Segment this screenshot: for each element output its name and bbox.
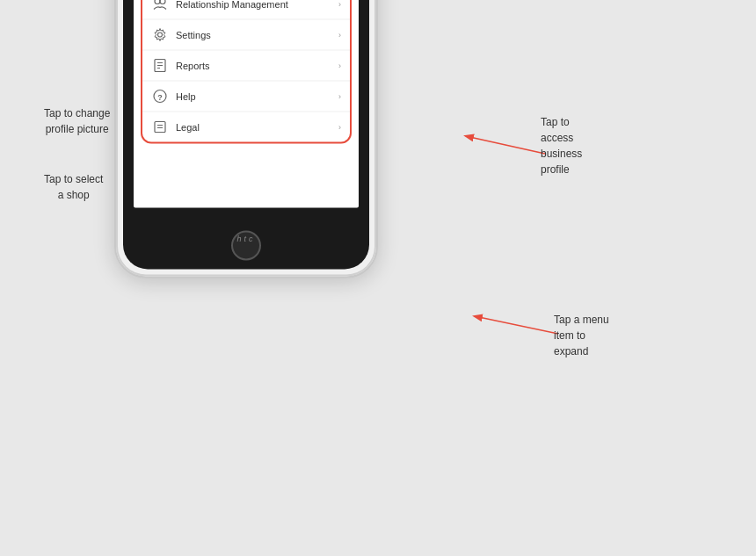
help-chevron: › xyxy=(338,92,341,101)
help-label: Help xyxy=(176,91,338,102)
menu-container: Selling › Shop Management › xyxy=(141,0,352,144)
relationship-management-label: Relationship Management xyxy=(176,0,338,10)
menu-item-help[interactable]: ? Help › xyxy=(142,82,350,112)
help-icon: ? xyxy=(151,90,169,104)
reports-chevron: › xyxy=(338,61,341,70)
svg-point-10 xyxy=(155,0,160,4)
phone-shell: 12:30 ✓ xyxy=(114,0,378,278)
relationship-icon xyxy=(151,0,169,11)
svg-line-2 xyxy=(466,136,545,154)
legal-icon xyxy=(151,120,169,134)
menu-item-legal[interactable]: Legal › xyxy=(142,112,350,142)
annotation-profile-picture: Tap to change profile picture xyxy=(44,105,110,137)
annotation-business-profile: Tap to access business profile xyxy=(541,114,582,177)
legal-label: Legal xyxy=(176,122,338,133)
legal-chevron: › xyxy=(338,123,341,132)
reports-icon xyxy=(151,59,169,73)
phone-bezel: 12:30 ✓ xyxy=(123,0,369,270)
menu-item-settings[interactable]: Settings › xyxy=(142,20,350,51)
annotation-menu-expand: Tap a menu item to expand xyxy=(554,312,609,359)
phone-screen: 12:30 ✓ xyxy=(134,0,359,208)
svg-point-11 xyxy=(160,0,165,4)
settings-label: Settings xyxy=(176,30,338,40)
settings-icon xyxy=(151,28,169,42)
settings-chevron: › xyxy=(338,31,341,40)
annotation-arrows xyxy=(0,0,756,556)
svg-line-3 xyxy=(475,316,558,334)
menu-item-relationship-management[interactable]: Relationship Management › xyxy=(142,0,350,20)
reports-label: Reports xyxy=(176,61,338,71)
svg-point-12 xyxy=(158,32,163,37)
menu-item-reports[interactable]: Reports › xyxy=(142,51,350,82)
svg-rect-19 xyxy=(155,122,165,133)
phone-brand-label: htc xyxy=(236,235,255,243)
svg-text:?: ? xyxy=(157,93,163,102)
annotation-shop: Tap to selecta shop xyxy=(44,171,103,203)
relationship-management-chevron: › xyxy=(338,0,341,9)
